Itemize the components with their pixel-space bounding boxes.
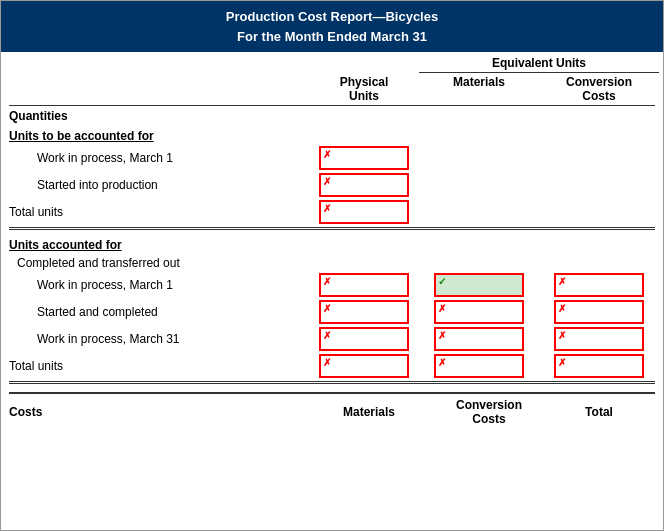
section1-total-phys-cell: ✗ bbox=[309, 200, 419, 224]
section2-row2-mat-cell: ✗ bbox=[419, 300, 539, 324]
section2-row1-conv-cell: ✗ bbox=[539, 273, 659, 297]
physical-units-header: PhysicalUnits bbox=[309, 75, 419, 103]
equiv-sub-cols: Materials ConversionCosts bbox=[419, 75, 659, 103]
section2-row-2: Started and completed ✗ ✗ ✗ bbox=[9, 300, 655, 324]
section2-total-mat-cell: ✗ bbox=[419, 354, 539, 378]
section1-total-row: Total units ✗ bbox=[9, 200, 655, 230]
x-icon: ✗ bbox=[438, 357, 446, 368]
x-icon: ✗ bbox=[558, 330, 566, 341]
section2-total-conv-cell: ✗ bbox=[539, 354, 659, 378]
report-container: Production Cost Report—Bicycles For the … bbox=[0, 0, 664, 531]
equivalent-units-label: Equivalent Units bbox=[419, 56, 659, 73]
section2-total-phys-cell: ✗ bbox=[309, 354, 419, 378]
section2-row2-label: Started and completed bbox=[9, 305, 309, 319]
section1-row1-label: Work in process, March 1 bbox=[9, 151, 309, 165]
x-icon: ✗ bbox=[558, 276, 566, 287]
section2-row3-conv-cell: ✗ bbox=[539, 327, 659, 351]
materials-header: Materials bbox=[419, 75, 539, 103]
section1-total-label: Total units bbox=[9, 205, 309, 219]
section2-subsection: Completed and transferred out bbox=[9, 256, 655, 270]
report-body: PhysicalUnits Equivalent Units Materials… bbox=[1, 52, 663, 434]
section2-row3-conv-input[interactable]: ✗ bbox=[554, 327, 644, 351]
section1-row2-phys-input[interactable]: ✗ bbox=[319, 173, 409, 197]
section2-row1-phys-cell: ✗ bbox=[309, 273, 419, 297]
section2-row1-label: Work in process, March 1 bbox=[9, 278, 309, 292]
section2-row1-mat-cell: ✓ bbox=[419, 273, 539, 297]
section2-row3-mat-input[interactable]: ✗ bbox=[434, 327, 524, 351]
section2-row1-mat-input[interactable]: ✓ bbox=[434, 273, 524, 297]
report-header: Production Cost Report—Bicycles For the … bbox=[1, 1, 663, 52]
total-footer-label: Total bbox=[549, 405, 649, 419]
x-icon: ✗ bbox=[323, 203, 331, 214]
quantities-label: Quantities bbox=[9, 109, 309, 123]
x-icon: ✗ bbox=[323, 176, 331, 187]
conversion-costs-footer-label: ConversionCosts bbox=[456, 398, 522, 426]
section2-row3-label: Work in process, March 31 bbox=[9, 332, 309, 346]
section1-row2-phys-cell: ✗ bbox=[309, 173, 419, 197]
report-title-line1: Production Cost Report—Bicycles bbox=[5, 7, 659, 27]
section2-row-1: Work in process, March 1 ✗ ✓ ✗ bbox=[9, 273, 655, 297]
section2-row3-mat-cell: ✗ bbox=[419, 327, 539, 351]
quantities-label-row: Quantities bbox=[9, 109, 655, 123]
x-icon: ✗ bbox=[558, 357, 566, 368]
section2-total-row: Total units ✗ ✗ ✗ bbox=[9, 354, 655, 384]
x-icon: ✗ bbox=[323, 303, 331, 314]
check-icon: ✓ bbox=[438, 276, 446, 287]
materials-footer-label: Materials bbox=[309, 405, 429, 419]
x-icon: ✗ bbox=[438, 303, 446, 314]
equivalent-units-wrap: Equivalent Units Materials ConversionCos… bbox=[419, 56, 659, 103]
section2-total-conv-input[interactable]: ✗ bbox=[554, 354, 644, 378]
section2-row3-phys-input[interactable]: ✗ bbox=[319, 327, 409, 351]
section2-row2-phys-cell: ✗ bbox=[309, 300, 419, 324]
section2-row2-conv-input[interactable]: ✗ bbox=[554, 300, 644, 324]
x-icon: ✗ bbox=[323, 330, 331, 341]
section1-row-2: Started into production ✗ bbox=[9, 173, 655, 197]
section2-title: Units accounted for bbox=[9, 238, 655, 252]
section1-row-1: Work in process, March 1 ✗ bbox=[9, 146, 655, 170]
conversion-costs-footer-wrap: ConversionCosts bbox=[429, 398, 549, 426]
section2-total-phys-input[interactable]: ✗ bbox=[319, 354, 409, 378]
report-title-line2: For the Month Ended March 31 bbox=[5, 27, 659, 47]
section2-total-label: Total units bbox=[9, 359, 309, 373]
column-header-row: PhysicalUnits Equivalent Units Materials… bbox=[9, 56, 655, 106]
x-icon: ✗ bbox=[438, 330, 446, 341]
section2-row2-conv-cell: ✗ bbox=[539, 300, 659, 324]
section2-row2-phys-input[interactable]: ✗ bbox=[319, 300, 409, 324]
section2-row-3: Work in process, March 31 ✗ ✗ ✗ bbox=[9, 327, 655, 351]
costs-footer-label: Costs bbox=[9, 405, 309, 419]
conversion-costs-header: ConversionCosts bbox=[539, 75, 659, 103]
section2-row2-mat-input[interactable]: ✗ bbox=[434, 300, 524, 324]
footer-row: Costs Materials ConversionCosts Total bbox=[9, 392, 655, 426]
section1-title: Units to be accounted for bbox=[9, 129, 655, 143]
x-icon: ✗ bbox=[323, 357, 331, 368]
section2-total-mat-input[interactable]: ✗ bbox=[434, 354, 524, 378]
section2-row3-phys-cell: ✗ bbox=[309, 327, 419, 351]
x-icon: ✗ bbox=[558, 303, 566, 314]
section1-row2-label: Started into production bbox=[9, 178, 309, 192]
section2-row1-conv-input[interactable]: ✗ bbox=[554, 273, 644, 297]
x-icon: ✗ bbox=[323, 276, 331, 287]
x-icon: ✗ bbox=[323, 149, 331, 160]
section2-row1-phys-input[interactable]: ✗ bbox=[319, 273, 409, 297]
section1-row1-phys-cell: ✗ bbox=[309, 146, 419, 170]
section1-total-phys-input[interactable]: ✗ bbox=[319, 200, 409, 224]
section1-row1-phys-input[interactable]: ✗ bbox=[319, 146, 409, 170]
